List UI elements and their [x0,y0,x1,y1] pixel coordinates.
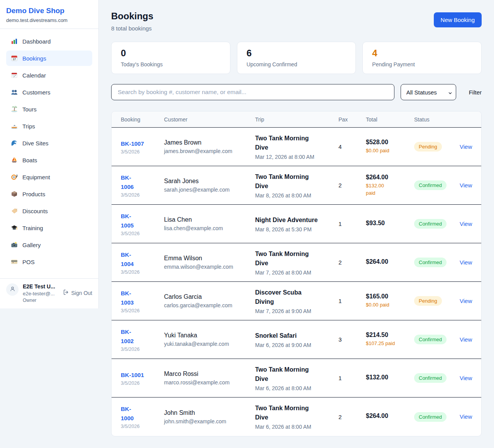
booking-date: 3/5/2026 [121,347,164,352]
status-badge: Confirmed [414,373,447,383]
column-header-status: Status [414,116,460,123]
booking-number-link[interactable]: BK-1007 [121,140,144,147]
pax-value: 1 [338,375,366,381]
trip-time: Mar 8, 2026 at 5:30 PM [255,226,338,232]
sidebar-item-calendar[interactable]: Calendar [6,67,92,83]
total-amount: $264.00 [366,258,414,265]
actions-cell: View [460,259,472,266]
sidebar-item-discounts[interactable]: Discounts [6,203,92,219]
user-email: e2e-tester@... [23,291,59,296]
customer-name: Sarah Jones [164,178,255,185]
view-link[interactable]: View [460,336,472,343]
customer-cell: Carlos Garciacarlos.garcia@example.com [164,293,255,308]
new-booking-button[interactable]: New Booking [434,12,482,27]
sidebar-item-trips[interactable]: Trips [6,118,92,134]
customer-email: james.brown@example.com [164,148,255,154]
customer-cell: Lisa Chenlisa.chen@example.com [164,216,255,231]
filter-button[interactable]: Filter [469,89,482,96]
view-link[interactable]: View [460,143,472,150]
sidebar-item-training[interactable]: Training [6,220,92,236]
user-role: Owner [23,298,59,303]
customer-name: James Brown [164,139,255,146]
pos-icon [11,258,18,265]
customer-cell: Emma Wilsonemma.wilson@example.com [164,255,255,270]
booking-number-link[interactable]: BK-1003 [121,289,135,307]
stat-value: 6 [247,48,347,59]
status-badge: Confirmed [414,412,447,422]
sidebar: Demo Dive Shop demo.test.divestreams.com… [0,0,99,308]
table-row: BK-10003/5/2026 John Smithjohn.smith@exa… [112,397,481,436]
booking-number-link[interactable]: BK-1001 [121,372,144,378]
status-badge: Confirmed [414,258,447,267]
status-filter-wrap: All Statuses [401,84,456,100]
stat-card-upcoming-confirmed: 6 Upcoming Confirmed [237,42,356,74]
view-link[interactable]: View [460,259,472,266]
customer-name: Lisa Chen [164,216,255,223]
search-input[interactable] [111,84,394,100]
trip-name: Two Tank Morning Dive [255,134,319,152]
sidebar-item-pos[interactable]: POS [6,254,92,269]
sign-out-button[interactable]: Sign Out [63,289,92,296]
booking-cell: BK-10073/5/2026 [121,139,164,155]
status-cell: Pending [414,142,460,152]
view-link[interactable]: View [460,221,472,227]
trip-cell: Two Tank Morning DiveMar 6, 2026 at 8:00… [255,365,338,391]
sidebar-item-tours[interactable]: Tours [6,101,92,117]
booking-date: 3/5/2026 [121,381,164,386]
status-filter-select[interactable]: All Statuses [401,84,456,100]
brand-name[interactable]: Demo Dive Shop [6,7,92,15]
customer-cell: James Brownjames.brown@example.com [164,139,255,154]
customer-name: Emma Wilson [164,255,255,262]
booking-number-link[interactable]: BK-1006 [121,173,135,192]
pax-value: 2 [338,182,366,189]
booking-date: 3/5/2026 [121,269,164,275]
booking-number-link[interactable]: BK-1004 [121,250,135,269]
view-link[interactable]: View [460,413,472,420]
booking-date: 3/5/2026 [121,231,164,236]
status-cell: Confirmed [414,219,460,229]
sidebar-item-boats[interactable]: Boats [6,152,92,168]
sidebar-item-bookings[interactable]: 17 Bookings [6,51,92,66]
table-row: BK-10033/5/2026 Carlos Garciacarlos.garc… [112,282,481,320]
booking-number-link[interactable]: BK-1005 [121,212,135,230]
table-header-row: Booking Customer Trip Pax Total Status [112,111,481,128]
status-badge: Confirmed [414,335,447,344]
table-row: BK-10063/5/2026 Sarah Jonessarah.jones@e… [112,166,481,205]
page-subtitle: 8 total bookings [111,25,153,32]
sidebar-item-equipment[interactable]: Equipment [6,169,92,185]
products-icon [11,190,18,197]
booking-date: 3/5/2026 [121,308,164,313]
trip-name: Two Tank Morning Dive [255,172,319,191]
customer-name: Yuki Tanaka [164,332,255,339]
sidebar-nav: Dashboard 17 Bookings Calendar Customers… [0,29,98,269]
view-link[interactable]: View [460,182,472,189]
customer-email: carlos.garcia@example.com [164,302,255,308]
sidebar-item-label: Trips [22,123,35,130]
stat-label: Upcoming Confirmed [247,61,347,67]
table-row: BK-10043/5/2026 Emma Wilsonemma.wilson@e… [112,243,481,282]
booking-number-link[interactable]: BK-1002 [121,327,135,346]
svg-text:17: 17 [13,58,16,61]
sidebar-item-gallery[interactable]: Gallery [6,237,92,253]
user-section: E2E Test U... e2e-tester@... Owner Sign … [0,278,98,308]
discounts-icon [11,207,18,214]
sidebar-item-products[interactable]: Products [6,186,92,202]
view-link[interactable]: View [460,298,472,304]
booking-date: 3/5/2026 [121,149,164,155]
booking-number-link[interactable]: BK-1000 [121,404,135,423]
trip-time: Mar 7, 2026 at 9:00 AM [255,308,338,314]
trip-time: Mar 6, 2026 at 8:00 AM [255,424,338,430]
status-badge: Confirmed [414,180,447,190]
status-cell: Confirmed [414,373,460,383]
view-link[interactable]: View [460,375,472,381]
total-cell: $93.50 [366,220,414,228]
customer-cell: Sarah Jonessarah.jones@example.com [164,178,255,193]
sidebar-item-customers[interactable]: Customers [6,84,92,100]
sidebar-item-dive-sites[interactable]: Dive Sites [6,135,92,151]
sidebar-item-dashboard[interactable]: Dashboard [6,34,92,49]
column-header-trip: Trip [255,116,338,123]
trip-cell: Snorkel SafariMar 6, 2026 at 9:00 AM [255,331,338,348]
total-cell: $264.00$132.00 paid [366,174,414,197]
trip-name: Discover Scuba Diving [255,288,319,307]
bookings-icon: 17 [11,55,18,62]
